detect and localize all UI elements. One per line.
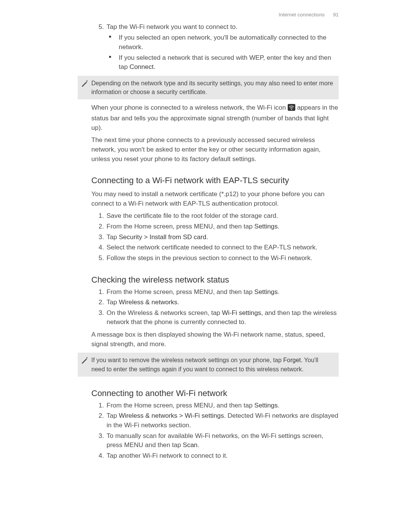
svg-point-1 (291, 109, 292, 110)
heading-eap-tls: Connecting to a Wi-Fi network with EAP-T… (91, 174, 339, 187)
paragraph-wifi-icon: When your phone is connected to a wirele… (91, 103, 339, 133)
another-step-3: To manually scan for available Wi-Fi net… (106, 431, 339, 450)
pencil-icon (81, 80, 89, 90)
eap-step-5: Follow the steps in the previous section… (106, 254, 339, 263)
pencil-icon (81, 356, 89, 367)
note-security-settings: Depending on the network type and its se… (78, 76, 339, 99)
eap-intro: You may need to install a network certif… (91, 190, 339, 208)
step-5-text: Tap the Wi-Fi network you want to connec… (107, 23, 237, 30)
bullet-open-network: If you selected an open network, you'll … (117, 33, 339, 52)
another-step-4: Tap another Wi-Fi network to connect to … (106, 451, 339, 461)
another-steps: From the Home screen, press MENU, and th… (91, 401, 339, 461)
step-5: Tap the Wi-Fi network you want to connec… (106, 22, 339, 72)
page-number: 91 (333, 12, 339, 18)
eap-step-3: Tap Security > Install from SD card. (106, 233, 339, 242)
heading-another-wifi: Connecting to another Wi-Fi network (91, 387, 339, 399)
check-step-1: From the Home screen, press MENU, and th… (106, 288, 339, 297)
check-outro: A message box is then displayed showing … (91, 330, 339, 349)
another-step-1: From the Home screen, press MENU, and th… (106, 401, 339, 411)
eap-step-2: From the Home screen, press MENU, and th… (106, 222, 339, 232)
step-5-bullets: If you selected an open network, you'll … (107, 33, 339, 72)
eap-steps: Save the certificate file to the root fo… (91, 211, 339, 263)
heading-checking-status: Checking the wireless network status (91, 274, 339, 286)
check-step-3: On the Wireless & networks screen, tap W… (106, 308, 339, 327)
wifi-icon (288, 104, 295, 114)
check-steps: From the Home screen, press MENU, and th… (91, 288, 339, 328)
document-page: Internet connections 91 Tap the Wi-Fi ne… (0, 0, 411, 485)
eap-step-4: Select the network certificate needed to… (106, 243, 339, 252)
eap-step-1: Save the certificate file to the root fo… (106, 211, 339, 221)
page-header: Internet connections 91 (91, 11, 339, 19)
paragraph-next-time: The next time your phone connects to a p… (91, 136, 339, 164)
section-label: Internet connections (279, 12, 325, 18)
ordered-list-continuation: Tap the Wi-Fi network you want to connec… (91, 22, 339, 72)
note-forget-network: If you want to remove the wireless netwo… (78, 353, 339, 376)
another-step-2: Tap Wireless & networks > Wi-Fi settings… (106, 411, 339, 430)
bullet-wep-network: If you selected a network that is secure… (117, 53, 339, 72)
check-step-2: Tap Wireless & networks. (106, 298, 339, 307)
